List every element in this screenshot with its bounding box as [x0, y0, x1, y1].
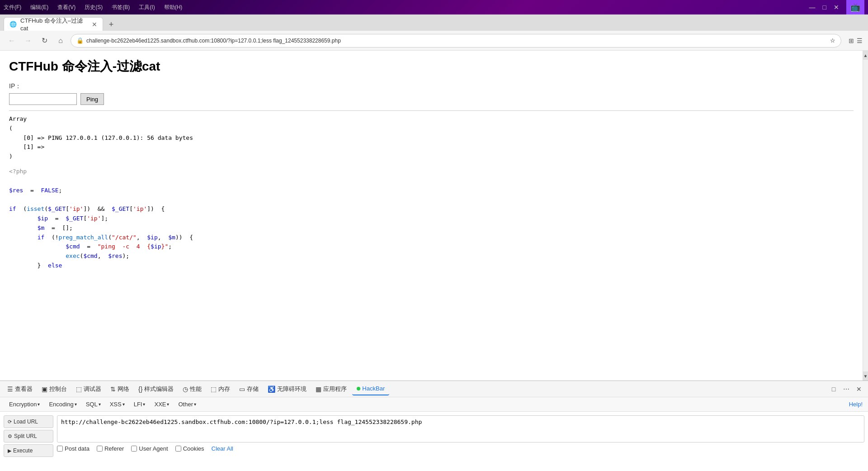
hackbar-dot-icon — [357, 387, 360, 390]
tab-accessibility[interactable]: ♿ 无障碍环境 — [264, 383, 310, 395]
encoding-label: Encoding — [49, 401, 73, 408]
more-icon[interactable]: ⋯ — [841, 384, 852, 395]
sql-arrow-icon: ▾ — [99, 402, 101, 407]
user-agent-checkbox[interactable]: User Agent — [131, 445, 168, 452]
devtools-actions: □ ⋯ ✕ — [828, 384, 864, 395]
load-url-label: Load URL — [14, 419, 38, 425]
user-agent-check[interactable] — [131, 446, 137, 452]
tab-memory[interactable]: ⬚ 内存 — [207, 383, 234, 395]
perf-icon: ◷ — [183, 385, 188, 393]
menu-file[interactable]: 文件(F) — [4, 4, 21, 11]
hackbar-encryption-menu[interactable]: Encryption ▾ — [5, 400, 43, 409]
active-tab[interactable]: 🌐 CTFHub 命令注入–过滤cat ✕ — [4, 17, 103, 31]
right-scrollbar[interactable]: ▲ ▼ — [863, 51, 868, 381]
tab-favicon: 🌐 — [9, 21, 17, 28]
minimize-button[interactable]: — — [809, 4, 816, 11]
encryption-arrow-icon: ▾ — [38, 402, 40, 407]
style-icon: {} — [138, 385, 142, 393]
ip-form: Ping — [9, 93, 854, 105]
maximize-button[interactable]: □ — [823, 4, 826, 11]
inspector-label: 查看器 — [15, 385, 33, 393]
load-url-icon: ⟳ — [8, 419, 12, 425]
post-data-label: Post data — [65, 445, 90, 452]
cookies-checkbox[interactable]: Cookies — [175, 445, 204, 452]
network-label: 网络 — [118, 385, 129, 393]
referer-checkbox[interactable]: Referer — [97, 445, 124, 452]
inspector-icon: ☰ — [7, 385, 13, 393]
menu-edit[interactable]: 编辑(E) — [30, 4, 48, 11]
xxe-arrow-icon: ▾ — [167, 402, 169, 407]
post-data-check[interactable] — [57, 446, 63, 452]
forward-button[interactable]: → — [22, 34, 34, 47]
hackbar-help-link[interactable]: Help! — [849, 401, 863, 408]
network-icon: ⇅ — [110, 385, 116, 393]
storage-icon: ▭ — [239, 385, 245, 393]
cookies-label: Cookies — [183, 445, 204, 452]
menu-bar: 文件(F) 编辑(E) 查看(V) 历史(S) 书签(B) 工具(I) 帮助(H… — [4, 4, 182, 11]
dock-icon[interactable]: □ — [828, 384, 839, 395]
tab-hackbar[interactable]: HackBar — [352, 383, 389, 395]
twitch-logo: 📺 — [846, 0, 864, 14]
menu-view[interactable]: 查看(V) — [57, 4, 75, 11]
tab-application[interactable]: ▦ 应用程序 — [312, 383, 350, 395]
tab-close-button[interactable]: ✕ — [92, 21, 97, 28]
source-code: <?php $res = FALSE; if (isset($_GET['ip'… — [9, 167, 854, 271]
menu-help[interactable]: 帮助(H) — [164, 4, 183, 11]
hackbar-other-menu[interactable]: Other ▾ — [175, 400, 200, 409]
ping-output: Array ( [0] => PING 127.0.0.1 (127.0.0.1… — [9, 114, 854, 162]
split-url-icon: ⚙ — [8, 433, 12, 439]
hackbar-main: ⟳ Load URL ⚙ Split URL ▶ Execute — [0, 412, 868, 471]
extensions-icon[interactable]: ⊞ — [849, 37, 854, 44]
tab-debugger[interactable]: ⬚ 调试器 — [72, 383, 105, 395]
menu-bookmarks[interactable]: 书签(B) — [112, 4, 130, 11]
home-button[interactable]: ⌂ — [54, 34, 67, 47]
referer-label: Referer — [104, 445, 124, 452]
new-tab-button[interactable]: + — [105, 18, 118, 31]
bookmark-icon[interactable]: ☆ — [830, 37, 835, 44]
memory-label: 内存 — [218, 385, 230, 393]
title-bar: 文件(F) 编辑(E) 查看(V) 历史(S) 书签(B) 工具(I) 帮助(H… — [0, 0, 868, 14]
nav-icons: ⊞ ☰ — [849, 37, 863, 44]
hackbar-url-input[interactable] — [57, 415, 864, 442]
hackbar-lfi-menu[interactable]: LFI ▾ — [130, 400, 149, 409]
window-controls: — □ ✕ 📺 — [809, 0, 864, 14]
hackbar-xxe-menu[interactable]: XXE ▾ — [151, 400, 173, 409]
tab-bar: 🌐 CTFHub 命令注入–过滤cat ✕ + — [0, 14, 868, 31]
menu-history[interactable]: 历史(S) — [85, 4, 103, 11]
console-icon: ▣ — [42, 385, 47, 393]
close-button[interactable]: ✕ — [834, 4, 839, 11]
ip-input[interactable] — [9, 93, 77, 105]
tab-inspector[interactable]: ☰ 查看器 — [4, 383, 36, 395]
post-data-checkbox[interactable]: Post data — [57, 445, 90, 452]
refresh-button[interactable]: ↻ — [38, 34, 51, 47]
xxe-label: XXE — [154, 401, 166, 408]
referer-check[interactable] — [97, 446, 103, 452]
split-url-label: Split URL — [14, 433, 37, 439]
tab-network[interactable]: ⇅ 网络 — [107, 383, 133, 395]
split-url-button[interactable]: ⚙ Split URL — [4, 430, 53, 442]
back-button[interactable]: ← — [5, 34, 18, 47]
tab-performance[interactable]: ◷ 性能 — [179, 383, 205, 395]
other-arrow-icon: ▾ — [194, 402, 196, 407]
xss-label: XSS — [110, 401, 122, 408]
devtools-close-icon[interactable]: ✕ — [854, 384, 864, 395]
hackbar-url-area: Post data Referer User Agent — [57, 415, 864, 467]
tab-console[interactable]: ▣ 控制台 — [38, 383, 71, 395]
hackbar-xss-menu[interactable]: XSS ▾ — [106, 400, 128, 409]
a11y-icon: ♿ — [268, 385, 275, 393]
ping-button[interactable]: Ping — [80, 93, 104, 105]
settings-icon[interactable]: ☰ — [857, 37, 863, 44]
tab-storage[interactable]: ▭ 存储 — [236, 383, 262, 395]
tab-style-editor[interactable]: {} 样式编辑器 — [135, 383, 177, 395]
clear-all-button[interactable]: Clear All — [212, 445, 233, 452]
hackbar-sql-menu[interactable]: SQL ▾ — [82, 400, 104, 409]
load-url-button[interactable]: ⟳ Load URL — [4, 415, 53, 428]
lfi-arrow-icon: ▾ — [143, 402, 145, 407]
execute-button[interactable]: ▶ Execute — [4, 444, 53, 457]
hackbar-button-group: ⟳ Load URL ⚙ Split URL ▶ Execute — [4, 415, 53, 467]
address-bar[interactable]: 🔒 challenge-bc2622eb46ed1225.sandbox.ctf… — [71, 34, 841, 48]
cookies-check[interactable] — [175, 446, 181, 452]
ip-label: IP： — [9, 82, 854, 90]
hackbar-encoding-menu[interactable]: Encoding ▾ — [45, 400, 80, 409]
menu-tools[interactable]: 工具(I) — [139, 4, 155, 11]
